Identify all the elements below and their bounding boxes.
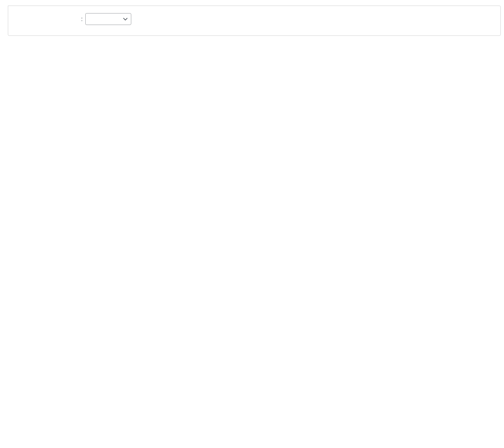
settings-pane: : — [8, 6, 501, 36]
language-select[interactable] — [85, 13, 131, 25]
chevron-down-icon — [123, 17, 128, 21]
